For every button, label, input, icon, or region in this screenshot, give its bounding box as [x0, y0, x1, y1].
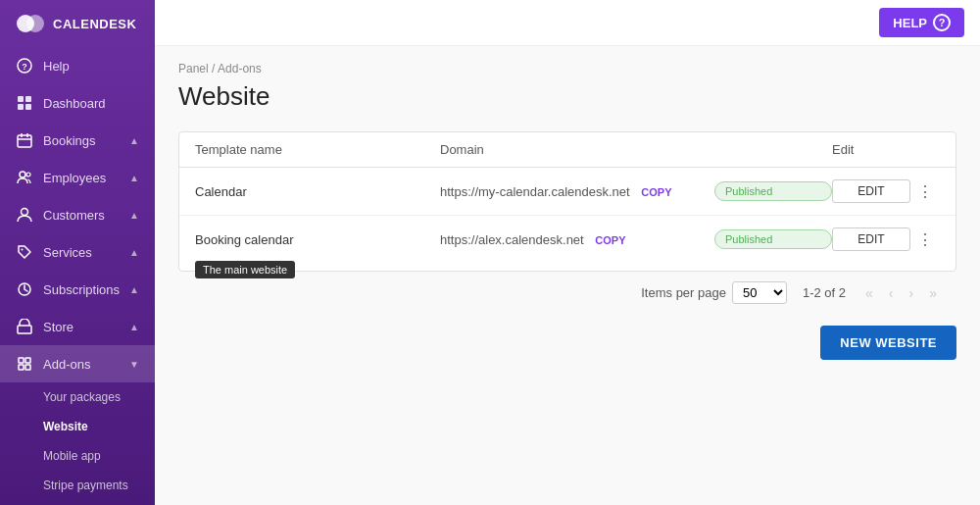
svg-rect-5	[25, 96, 31, 102]
svg-rect-20	[19, 365, 24, 370]
sidebar-item-dashboard-label: Dashboard	[43, 96, 106, 111]
col-actions	[910, 142, 940, 157]
row1-more-button[interactable]: ⋮	[910, 182, 940, 201]
row2-copy-button[interactable]: COPY	[595, 234, 625, 246]
table-row: Calendar https://my-calendar.calendesk.n…	[179, 168, 956, 216]
top-bar: HELP ?	[155, 0, 980, 46]
svg-rect-6	[18, 104, 24, 110]
website-table: Template name Domain Edit Calendar https…	[178, 131, 956, 272]
col-spacer	[714, 142, 832, 157]
sidebar-item-customers[interactable]: Customers ▲	[0, 196, 155, 233]
puzzle-icon	[16, 355, 33, 373]
svg-rect-21	[25, 365, 30, 370]
svg-text:?: ?	[22, 62, 27, 72]
sidebar: CALENDESK ? Help Dashboard	[0, 0, 155, 505]
chevron-down-icon: ▲	[129, 173, 139, 183]
svg-rect-17	[18, 326, 31, 333]
sidebar-item-subscriptions[interactable]: Subscriptions ▲	[0, 271, 155, 308]
sidebar-item-dashboard[interactable]: Dashboard	[0, 84, 155, 122]
col-domain: Domain	[440, 142, 714, 157]
table-row: Booking calendar https://alex.calendesk.…	[179, 216, 956, 271]
sidebar-item-bookings[interactable]: Bookings ▲	[0, 122, 155, 159]
calendar-icon	[16, 131, 33, 149]
sidebar-nav: ? Help Dashboard	[0, 47, 155, 505]
sidebar-item-services[interactable]: Services ▲	[0, 233, 155, 271]
items-per-page: Items per page 50 25 100	[641, 281, 787, 304]
sidebar-sub-mobile-app[interactable]: Mobile app	[0, 441, 155, 471]
row2-template-name: Booking calendar	[195, 232, 440, 247]
pagination: Items per page 50 25 100 1-2 of 2 « ‹ › …	[178, 272, 956, 314]
svg-rect-18	[19, 358, 24, 363]
sidebar-item-store-label: Store	[43, 320, 74, 334]
row2-more-button[interactable]: ⋮	[910, 230, 940, 249]
sidebar-item-employees-label: Employees	[43, 171, 106, 185]
chevron-down-icon: ▲	[129, 135, 139, 146]
new-website-row: NEW WEBSITE	[178, 314, 956, 364]
user-icon	[16, 206, 33, 224]
row2-edit-button[interactable]: EDIT	[832, 227, 910, 251]
svg-rect-8	[18, 135, 31, 147]
svg-rect-19	[25, 358, 30, 363]
sidebar-item-addons-label: Add-ons	[43, 357, 90, 372]
breadcrumb: Panel / Add-ons	[178, 62, 956, 76]
breadcrumb-panel: Panel	[178, 62, 209, 76]
help-button-label: HELP	[893, 16, 927, 30]
col-edit: Edit	[832, 142, 910, 157]
tag-icon	[16, 243, 33, 261]
row1-copy-button[interactable]: COPY	[641, 186, 671, 198]
row1-status-badge: Published	[714, 181, 832, 201]
chevron-down-icon: ▲	[129, 210, 139, 221]
sidebar-sub-website[interactable]: Website	[0, 412, 155, 441]
logo[interactable]: CALENDESK	[0, 0, 155, 47]
help-question-icon: ?	[933, 14, 951, 31]
sidebar-item-employees[interactable]: Employees ▲	[0, 159, 155, 196]
row1-domain: https://my-calendar.calendesk.net COPY	[440, 184, 714, 199]
chevron-up-icon: ▼	[129, 359, 139, 370]
help-button[interactable]: HELP ?	[879, 8, 964, 37]
chevron-down-icon: ▲	[129, 284, 139, 295]
help-circle-icon: ?	[16, 57, 33, 75]
chevron-down-icon: ▲	[129, 247, 139, 258]
sidebar-item-help-label: Help	[43, 59, 70, 74]
page-info: 1-2 of 2	[803, 285, 846, 300]
sidebar-sub-stripe-payments[interactable]: Stripe payments	[0, 471, 155, 500]
svg-point-1	[26, 15, 44, 32]
store-icon	[16, 318, 33, 335]
prev-page-button[interactable]: ‹	[885, 283, 898, 303]
sidebar-item-services-label: Services	[43, 245, 92, 260]
page-content: Panel / Add-ons Website Template name Do…	[155, 46, 980, 505]
logo-text: CALENDESK	[53, 17, 136, 31]
table-header: Template name Domain Edit	[179, 132, 956, 168]
next-page-button[interactable]: ›	[906, 283, 918, 303]
page-title: Website	[178, 81, 956, 112]
refresh-icon	[16, 280, 33, 298]
svg-rect-4	[18, 96, 24, 102]
users-icon	[16, 169, 33, 186]
row1-template-name: Calendar	[195, 184, 440, 199]
row1-edit-button[interactable]: EDIT	[832, 179, 910, 203]
sidebar-item-addons[interactable]: Add-ons ▼	[0, 345, 155, 382]
main-website-tooltip: The main website	[195, 261, 295, 278]
last-page-button[interactable]: »	[925, 283, 941, 303]
chevron-down-icon: ▲	[129, 322, 139, 332]
svg-point-13	[26, 173, 30, 177]
items-per-page-label: Items per page	[641, 285, 726, 300]
breadcrumb-addons: Add-ons	[218, 62, 262, 76]
svg-rect-7	[25, 104, 31, 110]
per-page-select[interactable]: 50 25 100	[732, 281, 787, 304]
row2-status-badge: Published	[714, 229, 832, 249]
sidebar-sub-your-packages[interactable]: Your packages	[0, 382, 155, 412]
svg-point-14	[22, 209, 28, 216]
svg-point-15	[22, 249, 24, 251]
main-content: HELP ? Panel / Add-ons Website Template …	[155, 0, 980, 505]
svg-point-12	[20, 172, 25, 177]
sidebar-item-subscriptions-label: Subscriptions	[43, 282, 120, 297]
grid-icon	[16, 94, 33, 112]
first-page-button[interactable]: «	[861, 283, 877, 303]
new-website-button[interactable]: NEW WEBSITE	[820, 326, 956, 360]
sidebar-item-store[interactable]: Store ▲	[0, 308, 155, 345]
sidebar-item-help[interactable]: ? Help	[0, 47, 155, 84]
col-template-name: Template name	[195, 142, 440, 157]
row2-domain: https://alex.calendesk.net COPY	[440, 232, 714, 247]
sidebar-item-customers-label: Customers	[43, 208, 105, 223]
